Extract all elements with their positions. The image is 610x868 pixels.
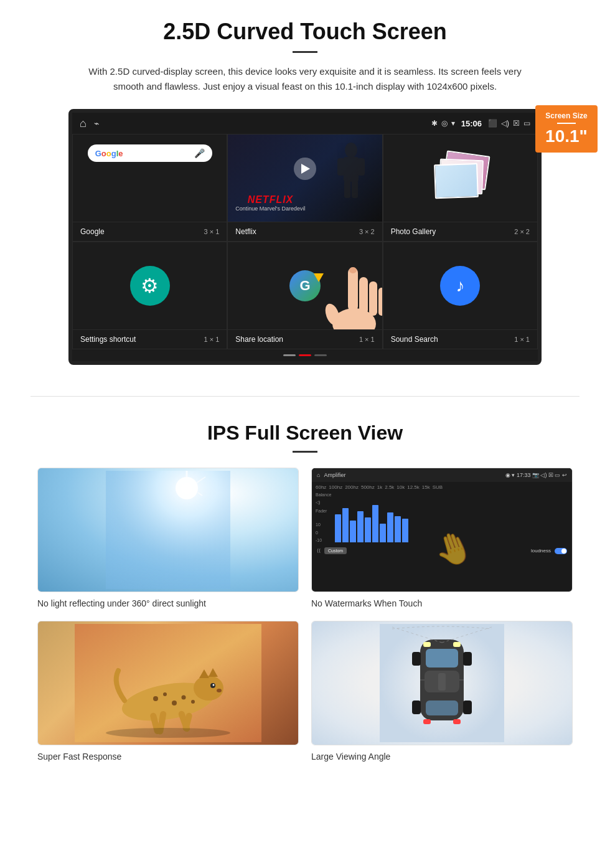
gallery-label: Photo Gallery 2 × 2 bbox=[383, 222, 537, 241]
car-image bbox=[311, 621, 573, 745]
clock: 15:06 bbox=[461, 119, 482, 128]
section1-divider bbox=[293, 51, 317, 53]
svg-rect-9 bbox=[359, 277, 368, 314]
svg-rect-50 bbox=[423, 642, 431, 647]
svg-rect-53 bbox=[453, 719, 461, 724]
netflix-cell[interactable]: NETFLIX Continue Marvel's Daredevil Netf… bbox=[227, 134, 382, 242]
amplifier-visual: ⌂ Amplifier ◉ ▾ 17:33 📷 ◁) ☒ ▭ ↩ 60hz100… bbox=[312, 468, 572, 592]
svg-rect-39 bbox=[426, 649, 458, 668]
gear-icon: ⚙ bbox=[141, 274, 159, 298]
svg-point-36 bbox=[106, 728, 230, 738]
settings-label: Settings shortcut 1 × 1 bbox=[73, 329, 227, 349]
svg-point-21 bbox=[194, 676, 223, 701]
eq-bar-6 bbox=[372, 505, 378, 542]
screen-size-badge: Screen Size 10.1" bbox=[535, 105, 598, 153]
amp-title: Amplifier bbox=[324, 472, 345, 478]
speed-label: Super Fast Response bbox=[37, 752, 299, 762]
volume-icon: ◁) bbox=[501, 119, 509, 128]
eq-bars bbox=[335, 493, 408, 542]
section1-description: With 2.5D curved-display screen, this de… bbox=[87, 64, 523, 94]
play-button[interactable] bbox=[294, 158, 316, 180]
svg-point-25 bbox=[213, 684, 215, 686]
prev-icon: ⟨⟨ bbox=[317, 548, 321, 554]
netflix-logo: NETFLIX Continue Marvel's Daredevil bbox=[235, 194, 305, 212]
sound-search-icon: ♪ bbox=[440, 266, 480, 306]
status-bar: ⌂ ⌁ ✱ ◎ ▾ 15:06 ⬛ ◁) ☒ ▭ bbox=[72, 113, 538, 134]
toggle-knob bbox=[561, 549, 566, 554]
svg-rect-51 bbox=[453, 642, 461, 647]
amp-header: ⌂ Amplifier ◉ ▾ 17:33 📷 ◁) ☒ ▭ ↩ bbox=[312, 468, 572, 482]
eq-bar-10 bbox=[402, 519, 408, 542]
eq-panel: Balance ◁) Fader 10 0 -10 bbox=[312, 493, 572, 545]
netflix-label: Netflix 3 × 2 bbox=[228, 222, 382, 241]
badge-divider bbox=[557, 123, 576, 124]
cheetah-image bbox=[37, 621, 299, 745]
close-icon: ☒ bbox=[513, 119, 520, 128]
wifi-icon: ▾ bbox=[451, 119, 455, 128]
sunlight-visual bbox=[38, 468, 298, 592]
svg-rect-44 bbox=[412, 652, 421, 666]
badge-size: 10.1" bbox=[540, 126, 593, 146]
section2-divider bbox=[293, 451, 317, 453]
eq-bar-5 bbox=[365, 517, 371, 542]
feature-speed: Super Fast Response bbox=[37, 621, 299, 762]
touch-hand: 🤚 bbox=[429, 525, 477, 572]
share-location-cell[interactable]: G bbox=[227, 242, 382, 349]
bluetooth-icon: ✱ bbox=[431, 119, 438, 128]
home-icon: ⌂ bbox=[80, 117, 87, 130]
svg-point-29 bbox=[172, 701, 177, 705]
settings-cell[interactable]: ⚙ Settings shortcut 1 × 1 bbox=[72, 242, 227, 349]
photo-stack: 🌸 bbox=[432, 150, 488, 206]
section-divider bbox=[30, 396, 580, 397]
svg-rect-52 bbox=[423, 719, 431, 724]
car-visual bbox=[312, 621, 572, 745]
svg-rect-10 bbox=[369, 281, 377, 316]
svg-rect-11 bbox=[378, 288, 382, 316]
hand-pointing bbox=[314, 242, 382, 329]
eq-bar-2 bbox=[342, 508, 349, 542]
svg-point-30 bbox=[182, 696, 186, 700]
app-grid-row2: ⚙ Settings shortcut 1 × 1 G bbox=[72, 242, 538, 349]
gallery-cell[interactable]: 🌸 Photo Gallery 2 × 2 bbox=[383, 134, 538, 242]
watermark-label: No Watermarks When Touch bbox=[311, 598, 573, 608]
svg-rect-8 bbox=[348, 268, 358, 311]
sound-search-cell[interactable]: ♪ Sound Search 1 × 1 bbox=[383, 242, 538, 349]
custom-button[interactable]: Custom bbox=[324, 547, 347, 554]
amp-home-icon: ⌂ bbox=[317, 472, 320, 478]
eq-bar-8 bbox=[387, 512, 393, 542]
amp-icons: ◉ ▾ 17:33 📷 ◁) ☒ ▭ ↩ bbox=[505, 472, 567, 478]
music-note-icon: ♪ bbox=[456, 276, 464, 296]
section2: IPS Full Screen View bbox=[0, 415, 610, 780]
eq-bar-1 bbox=[335, 514, 341, 542]
window-icon: ▭ bbox=[523, 119, 530, 128]
section1-title: 2.5D Curved Touch Screen bbox=[37, 19, 573, 45]
svg-rect-40 bbox=[426, 701, 458, 715]
google-search-bar[interactable]: Google 🎤 bbox=[88, 144, 212, 162]
usb-icon: ⌁ bbox=[94, 118, 99, 128]
freq-labels: 60hz100hz200hz500hz1k2.5k10k12.5k15kSUB bbox=[312, 482, 572, 493]
settings-icon: ⚙ bbox=[130, 266, 170, 306]
sunlight-image bbox=[37, 468, 299, 592]
svg-point-27 bbox=[153, 696, 158, 701]
eq-side-labels: Balance ◁) Fader 10 0 -10 bbox=[316, 493, 331, 542]
camera-icon: ⬛ bbox=[488, 119, 497, 128]
angle-label: Large Viewing Angle bbox=[311, 752, 573, 762]
sunlight-label: No light reflecting under 360° direct su… bbox=[37, 598, 299, 608]
status-icons: ✱ ◎ ▾ 15:06 ⬛ ◁) ☒ ▭ bbox=[431, 119, 530, 128]
share-location-label: Share location 1 × 1 bbox=[228, 329, 382, 349]
mic-icon: 🎤 bbox=[194, 148, 205, 158]
feature-sunlight: No light reflecting under 360° direct su… bbox=[37, 468, 299, 608]
feature-grid: No light reflecting under 360° direct su… bbox=[37, 468, 573, 762]
photo-card-3 bbox=[434, 163, 479, 199]
svg-rect-14 bbox=[106, 471, 230, 589]
feature-watermark: ⌂ Amplifier ◉ ▾ 17:33 📷 ◁) ☒ ▭ ↩ 60hz100… bbox=[311, 468, 573, 608]
google-cell[interactable]: Google 🎤 Google 3 × 1 bbox=[72, 134, 227, 242]
eq-bar-4 bbox=[357, 511, 364, 542]
amplifier-image: ⌂ Amplifier ◉ ▾ 17:33 📷 ◁) ☒ ▭ ↩ 60hz100… bbox=[311, 468, 573, 592]
svg-rect-19 bbox=[75, 624, 261, 742]
sound-search-label: Sound Search 1 × 1 bbox=[383, 329, 537, 349]
google-logo: Google bbox=[95, 149, 123, 158]
eq-bar-7 bbox=[380, 524, 386, 542]
loudness-toggle[interactable] bbox=[555, 548, 567, 554]
feature-angle: Large Viewing Angle bbox=[311, 621, 573, 762]
